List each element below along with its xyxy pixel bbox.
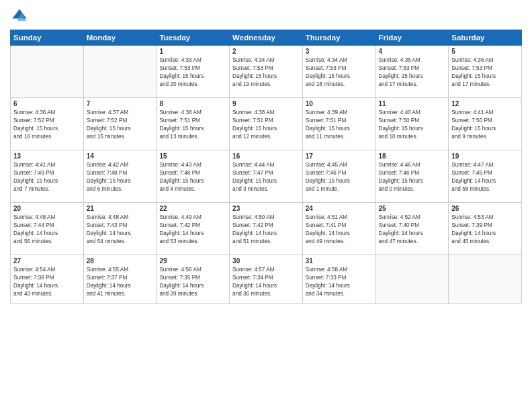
calendar-cell: 30Sunrise: 4:57 AM Sunset: 7:34 PM Dayli… [230, 255, 303, 304]
day-info: Sunrise: 4:55 AM Sunset: 7:37 PM Dayligh… [87, 266, 154, 298]
day-number: 31 [306, 257, 373, 265]
day-info: Sunrise: 4:48 AM Sunset: 7:43 PM Dayligh… [87, 214, 154, 246]
calendar-cell: 8Sunrise: 4:38 AM Sunset: 7:51 PM Daylig… [157, 98, 230, 150]
calendar-cell [375, 255, 449, 304]
day-number: 9 [232, 100, 300, 107]
weekday-header-saturday: Saturday [449, 30, 522, 46]
day-number: 5 [451, 48, 519, 55]
weekday-header-thursday: Thursday [302, 30, 375, 46]
day-info: Sunrise: 4:39 AM Sunset: 7:51 PM Dayligh… [306, 109, 373, 141]
calendar-cell: 23Sunrise: 4:50 AM Sunset: 7:42 PM Dayli… [230, 203, 303, 255]
logo [10, 7, 32, 26]
calendar-cell: 7Sunrise: 4:37 AM Sunset: 7:52 PM Daylig… [83, 98, 157, 150]
day-info: Sunrise: 4:45 AM Sunset: 7:46 PM Dayligh… [306, 161, 373, 193]
calendar-cell: 31Sunrise: 4:58 AM Sunset: 7:33 PM Dayli… [302, 255, 375, 304]
calendar-cell: 12Sunrise: 4:41 AM Sunset: 7:50 PM Dayli… [449, 98, 522, 150]
calendar-cell: 16Sunrise: 4:44 AM Sunset: 7:47 PM Dayli… [230, 150, 303, 203]
weekday-header-sunday: Sunday [11, 30, 84, 46]
week-row-5: 27Sunrise: 4:54 AM Sunset: 7:38 PM Dayli… [11, 255, 522, 304]
day-info: Sunrise: 4:41 AM Sunset: 7:49 PM Dayligh… [13, 161, 81, 193]
day-info: Sunrise: 4:36 AM Sunset: 7:53 PM Dayligh… [451, 56, 519, 89]
calendar-cell: 14Sunrise: 4:42 AM Sunset: 7:48 PM Dayli… [83, 150, 157, 203]
day-number: 14 [87, 152, 154, 160]
calendar-cell: 5Sunrise: 4:36 AM Sunset: 7:53 PM Daylig… [449, 46, 522, 98]
week-row-2: 6Sunrise: 4:36 AM Sunset: 7:52 PM Daylig… [11, 98, 522, 150]
day-number: 25 [379, 205, 446, 212]
day-number: 30 [232, 257, 300, 265]
day-info: Sunrise: 4:40 AM Sunset: 7:50 PM Dayligh… [379, 109, 446, 141]
day-info: Sunrise: 4:47 AM Sunset: 7:45 PM Dayligh… [451, 161, 519, 193]
day-info: Sunrise: 4:46 AM Sunset: 7:46 PM Dayligh… [379, 161, 446, 193]
calendar-cell [449, 255, 522, 304]
calendar-cell: 9Sunrise: 4:38 AM Sunset: 7:51 PM Daylig… [230, 98, 303, 150]
calendar-cell: 1Sunrise: 4:33 AM Sunset: 7:53 PM Daylig… [157, 46, 230, 98]
day-info: Sunrise: 4:38 AM Sunset: 7:51 PM Dayligh… [159, 109, 226, 141]
day-info: Sunrise: 4:43 AM Sunset: 7:48 PM Dayligh… [159, 161, 226, 193]
day-info: Sunrise: 4:56 AM Sunset: 7:35 PM Dayligh… [159, 266, 226, 298]
weekday-header-tuesday: Tuesday [157, 30, 230, 46]
weekday-header-friday: Friday [375, 30, 449, 46]
calendar-cell: 22Sunrise: 4:49 AM Sunset: 7:42 PM Dayli… [157, 203, 230, 255]
day-info: Sunrise: 4:53 AM Sunset: 7:39 PM Dayligh… [451, 214, 519, 246]
day-info: Sunrise: 4:42 AM Sunset: 7:48 PM Dayligh… [87, 161, 154, 193]
calendar-cell: 27Sunrise: 4:54 AM Sunset: 7:38 PM Dayli… [11, 255, 84, 304]
calendar-cell: 13Sunrise: 4:41 AM Sunset: 7:49 PM Dayli… [11, 150, 84, 203]
day-number: 23 [232, 205, 300, 212]
day-number: 21 [87, 205, 154, 212]
calendar-cell: 29Sunrise: 4:56 AM Sunset: 7:35 PM Dayli… [157, 255, 230, 304]
day-info: Sunrise: 4:44 AM Sunset: 7:47 PM Dayligh… [232, 161, 300, 193]
day-number: 26 [451, 205, 519, 212]
day-number: 10 [306, 100, 373, 107]
calendar-cell: 18Sunrise: 4:46 AM Sunset: 7:46 PM Dayli… [375, 150, 449, 203]
day-info: Sunrise: 4:36 AM Sunset: 7:52 PM Dayligh… [13, 109, 81, 141]
day-info: Sunrise: 4:54 AM Sunset: 7:38 PM Dayligh… [13, 266, 81, 298]
day-info: Sunrise: 4:37 AM Sunset: 7:52 PM Dayligh… [87, 109, 154, 141]
calendar-cell: 25Sunrise: 4:52 AM Sunset: 7:40 PM Dayli… [375, 203, 449, 255]
day-number: 18 [379, 152, 446, 160]
weekday-header-row: SundayMondayTuesdayWednesdayThursdayFrid… [11, 30, 522, 46]
calendar-cell: 24Sunrise: 4:51 AM Sunset: 7:41 PM Dayli… [302, 203, 375, 255]
day-number: 29 [159, 257, 226, 265]
calendar-cell: 10Sunrise: 4:39 AM Sunset: 7:51 PM Dayli… [302, 98, 375, 150]
day-info: Sunrise: 4:57 AM Sunset: 7:34 PM Dayligh… [232, 266, 300, 298]
day-number: 19 [451, 152, 519, 160]
calendar-cell: 21Sunrise: 4:48 AM Sunset: 7:43 PM Dayli… [83, 203, 157, 255]
day-info: Sunrise: 4:51 AM Sunset: 7:41 PM Dayligh… [306, 214, 373, 246]
calendar-cell: 2Sunrise: 4:34 AM Sunset: 7:53 PM Daylig… [230, 46, 303, 98]
calendar-cell [83, 46, 157, 98]
calendar-cell: 15Sunrise: 4:43 AM Sunset: 7:48 PM Dayli… [157, 150, 230, 203]
page: SundayMondayTuesdayWednesdayThursdayFrid… [0, 0, 532, 411]
day-number: 17 [306, 152, 373, 160]
calendar-cell: 26Sunrise: 4:53 AM Sunset: 7:39 PM Dayli… [449, 203, 522, 255]
calendar-cell: 3Sunrise: 4:34 AM Sunset: 7:53 PM Daylig… [302, 46, 375, 98]
day-number: 2 [232, 48, 300, 55]
calendar-cell: 6Sunrise: 4:36 AM Sunset: 7:52 PM Daylig… [11, 98, 84, 150]
day-info: Sunrise: 4:48 AM Sunset: 7:44 PM Dayligh… [13, 214, 81, 246]
header [10, 7, 522, 26]
day-number: 4 [379, 48, 446, 55]
day-number: 8 [159, 100, 226, 107]
day-number: 15 [159, 152, 226, 160]
day-number: 3 [306, 48, 373, 55]
weekday-header-monday: Monday [83, 30, 157, 46]
day-number: 12 [451, 100, 519, 107]
day-info: Sunrise: 4:34 AM Sunset: 7:53 PM Dayligh… [232, 56, 300, 89]
calendar-cell: 4Sunrise: 4:35 AM Sunset: 7:53 PM Daylig… [375, 46, 449, 98]
day-info: Sunrise: 4:33 AM Sunset: 7:53 PM Dayligh… [159, 56, 226, 89]
week-row-1: 1Sunrise: 4:33 AM Sunset: 7:53 PM Daylig… [11, 46, 522, 98]
week-row-4: 20Sunrise: 4:48 AM Sunset: 7:44 PM Dayli… [11, 203, 522, 255]
day-info: Sunrise: 4:38 AM Sunset: 7:51 PM Dayligh… [232, 109, 300, 141]
calendar-cell: 11Sunrise: 4:40 AM Sunset: 7:50 PM Dayli… [375, 98, 449, 150]
day-info: Sunrise: 4:58 AM Sunset: 7:33 PM Dayligh… [306, 266, 373, 298]
day-info: Sunrise: 4:50 AM Sunset: 7:42 PM Dayligh… [232, 214, 300, 246]
week-row-3: 13Sunrise: 4:41 AM Sunset: 7:49 PM Dayli… [11, 150, 522, 203]
calendar-cell [11, 46, 84, 98]
day-info: Sunrise: 4:41 AM Sunset: 7:50 PM Dayligh… [451, 109, 519, 141]
day-number: 1 [159, 48, 226, 55]
weekday-header-wednesday: Wednesday [230, 30, 303, 46]
calendar-cell: 20Sunrise: 4:48 AM Sunset: 7:44 PM Dayli… [11, 203, 84, 255]
calendar-cell: 17Sunrise: 4:45 AM Sunset: 7:46 PM Dayli… [302, 150, 375, 203]
day-info: Sunrise: 4:49 AM Sunset: 7:42 PM Dayligh… [159, 214, 226, 246]
day-number: 22 [159, 205, 226, 212]
logo-icon [10, 7, 29, 26]
